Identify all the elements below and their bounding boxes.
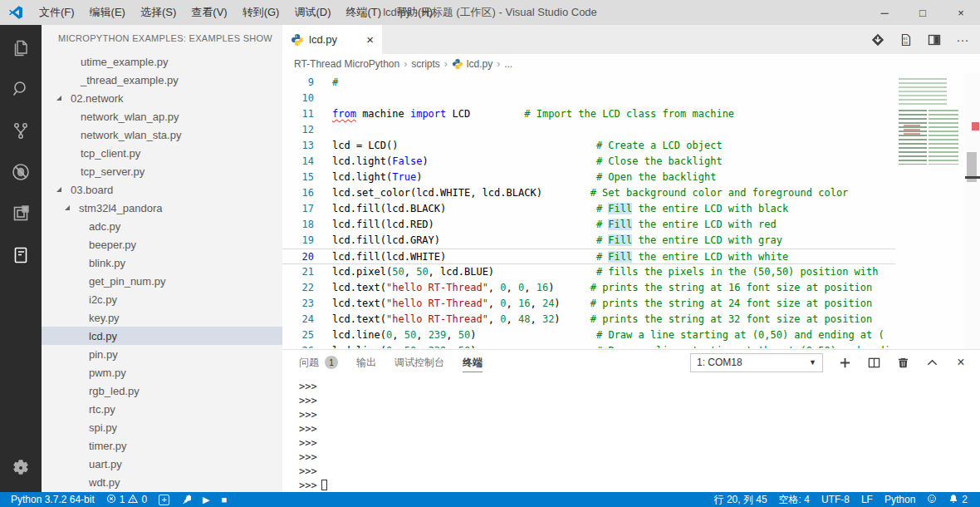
close-button[interactable]: × xyxy=(942,0,980,25)
breadcrumb-item-2[interactable]: lcd.py xyxy=(452,58,492,70)
tree-item-uart-py[interactable]: uart.py xyxy=(42,455,282,473)
tree-item-get-pin-num-py[interactable]: get_pin_num.py xyxy=(42,272,282,290)
line-number[interactable]: 15 xyxy=(282,170,314,185)
breadcrumb-item-0[interactable]: RT-Thread MicroPython xyxy=(294,58,399,70)
line-number[interactable]: 16 xyxy=(282,185,314,201)
code-text[interactable]: from machine import LCD # Import the LCD… xyxy=(332,106,927,122)
tree-item-utime-example-py[interactable]: utime_example.py xyxy=(42,52,282,71)
menu-item-0[interactable]: 文件(F) xyxy=(32,0,82,25)
flash-download-icon[interactable] xyxy=(870,32,885,47)
tab-close-icon[interactable]: × xyxy=(366,33,374,46)
line-number[interactable]: 12 xyxy=(282,122,314,138)
line-number[interactable]: 9 xyxy=(282,75,314,91)
maximize-panel-icon[interactable] xyxy=(924,355,939,370)
settings-icon[interactable] xyxy=(0,449,42,487)
code-text[interactable]: lcd.line(0, 50, 239, 50) # Draw a line s… xyxy=(332,327,927,343)
tree-item-key-py[interactable]: key.py xyxy=(42,308,282,327)
split-terminal-icon[interactable] xyxy=(866,355,881,370)
line-number[interactable]: 10 xyxy=(282,91,314,106)
connect-device-button[interactable] xyxy=(175,492,197,507)
tree-item-lcd-py[interactable]: lcd.py xyxy=(42,327,282,345)
tree-item--thread-example-py[interactable]: _thread_example.py xyxy=(42,71,282,89)
debug-icon[interactable] xyxy=(0,153,42,191)
menu-item-3[interactable]: 查看(V) xyxy=(184,0,234,25)
tree-item-network-wlan-ap-py[interactable]: network_wlan_ap.py xyxy=(42,107,282,126)
binary-file-icon[interactable]: 0110 xyxy=(899,32,914,47)
line-number[interactable]: 25 xyxy=(282,327,314,343)
line-number[interactable]: 23 xyxy=(282,296,314,312)
panel-tab-0[interactable]: 问题1 xyxy=(299,350,338,375)
line-number[interactable]: 17 xyxy=(282,201,314,217)
menu-item-2[interactable]: 选择(S) xyxy=(133,0,184,25)
code-editor[interactable]: 9#1011from machine import LCD # Import t… xyxy=(282,73,980,349)
tree-item-tcp-server-py[interactable]: tcp_server.py xyxy=(42,162,282,180)
micropython-examples-icon[interactable] xyxy=(0,236,42,274)
line-number[interactable]: 24 xyxy=(282,312,314,327)
problems-status[interactable]: 1 0 xyxy=(100,492,153,507)
menu-item-6[interactable]: 终端(T) xyxy=(338,0,389,25)
maximize-button[interactable]: □ xyxy=(904,0,942,25)
line-number[interactable]: 21 xyxy=(282,264,314,280)
code-text[interactable]: lcd.fill(lcd.GRAY) # Fill the entire LCD… xyxy=(332,233,927,249)
code-text[interactable] xyxy=(332,122,927,138)
encoding-status[interactable]: UTF-8 xyxy=(816,492,855,507)
source-control-icon[interactable] xyxy=(0,111,42,150)
tree-item-spi-py[interactable]: spi.py xyxy=(42,418,282,436)
code-text[interactable]: lcd.fill(lcd.BLACK) # Fill the entire LC… xyxy=(332,201,927,217)
code-text[interactable]: lcd.pixel(50, 50, lcd.BLUE) # fills the … xyxy=(332,264,927,280)
line-number[interactable]: 19 xyxy=(282,233,314,249)
menu-item-7[interactable]: 帮助(H) xyxy=(389,0,440,25)
panel-tab-1[interactable]: 输出 xyxy=(356,350,376,375)
notifications-bell[interactable]: 2 xyxy=(943,492,973,507)
feedback-button[interactable] xyxy=(921,492,943,507)
minimap[interactable] xyxy=(895,73,965,349)
code-text[interactable]: lcd.light(True) # Open the backlight xyxy=(332,170,927,185)
code-text[interactable] xyxy=(332,91,927,106)
tree-item-blink-py[interactable]: blink.py xyxy=(42,254,282,272)
tree-item-beeper-py[interactable]: beeper.py xyxy=(42,235,282,254)
python-interpreter-status[interactable]: Python 3.7.2 64-bit xyxy=(5,492,100,507)
extensions-icon[interactable] xyxy=(0,194,42,233)
code-text[interactable]: lcd.light(False) # Close the backlight xyxy=(332,154,927,170)
eol-status[interactable]: LF xyxy=(855,492,879,507)
menu-item-4[interactable]: 转到(G) xyxy=(235,0,287,25)
code-text[interactable]: lcd.text("hello RT-Thread", 0, 48, 32) #… xyxy=(332,312,927,327)
tab-lcd-py[interactable]: lcd.py × xyxy=(282,25,382,54)
terminal-device-select[interactable]: 1: COM18 ▼ xyxy=(690,353,823,372)
code-text[interactable]: lcd.fill(lcd.WHITE) # Fill the entire LC… xyxy=(332,249,927,263)
indentation-status[interactable]: 空格: 4 xyxy=(773,492,816,507)
new-terminal-icon[interactable] xyxy=(837,355,852,370)
tree-item-timer-py[interactable]: timer.py xyxy=(42,436,282,455)
menu-item-1[interactable]: 编辑(E) xyxy=(82,0,133,25)
panel-tab-2[interactable]: 调试控制台 xyxy=(394,350,444,375)
code-text[interactable]: lcd.fill(lcd.RED) # Fill the entire LCD … xyxy=(332,217,927,233)
panel-tab-3[interactable]: 终端 xyxy=(463,350,483,375)
line-number[interactable]: 26 xyxy=(282,343,314,348)
breadcrumb-item-3[interactable]: ... xyxy=(504,58,512,70)
tree-item-i2c-py[interactable]: i2c.py xyxy=(42,290,282,308)
line-number[interactable]: 22 xyxy=(282,280,314,296)
terminal-output[interactable]: >>>>>>>>>>>>>>>>>>>>>>>> xyxy=(282,375,980,493)
code-text[interactable]: lcd.text("hello RT-Thread", 0, 0, 16) # … xyxy=(332,280,927,296)
split-editor-icon[interactable] xyxy=(927,32,942,47)
code-text[interactable]: lcd.line(0, 50, 239, 50) # Draws a line … xyxy=(332,343,927,348)
kill-terminal-icon[interactable] xyxy=(895,355,910,370)
search-icon[interactable] xyxy=(0,70,42,108)
code-text[interactable]: # xyxy=(332,75,927,91)
close-panel-icon[interactable]: × xyxy=(953,355,968,370)
tree-item-adc-py[interactable]: adc.py xyxy=(42,217,282,235)
tree-folder-stm32l4-pandora[interactable]: stm32l4_pandora xyxy=(42,199,282,217)
line-number[interactable]: 18 xyxy=(282,217,314,233)
tree-folder-02-network[interactable]: 02.network xyxy=(42,89,282,107)
code-text[interactable]: lcd.text("hello RT-Thread", 0, 16, 24) #… xyxy=(332,296,927,312)
code-text[interactable]: lcd = LCD() # Create a LCD object xyxy=(332,138,927,154)
tree-item-wdt-py[interactable]: wdt.py xyxy=(42,473,282,491)
tree-item-rtc-py[interactable]: rtc.py xyxy=(42,400,282,418)
line-number[interactable]: 13 xyxy=(282,138,314,154)
tree-item-pin-py[interactable]: pin.py xyxy=(42,345,282,363)
cursor-position[interactable]: 行 20, 列 45 xyxy=(708,492,773,507)
code-text[interactable]: lcd.set_color(lcd.WHITE, lcd.BLACK) # Se… xyxy=(332,185,927,201)
line-number[interactable]: 14 xyxy=(282,154,314,170)
language-mode-status[interactable]: Python xyxy=(879,492,921,507)
line-number[interactable]: 11 xyxy=(282,106,314,122)
